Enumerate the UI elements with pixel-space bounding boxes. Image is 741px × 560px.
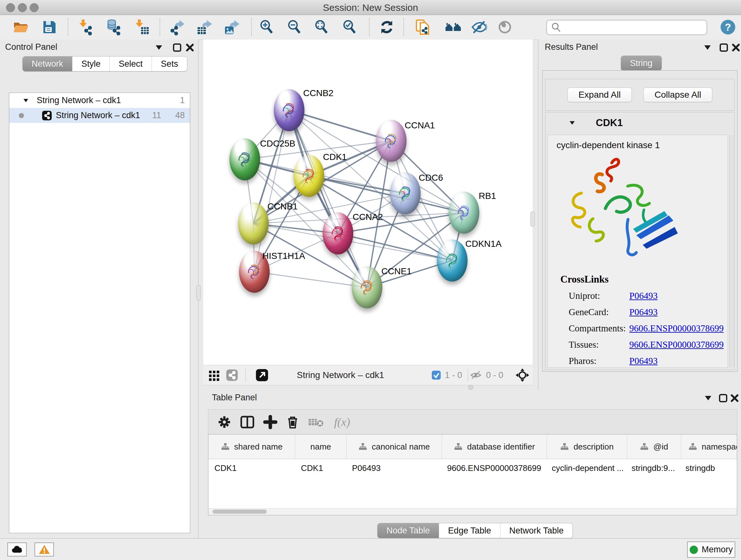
- edge-HIST1H1A-CCNE1[interactable]: [254, 272, 367, 287]
- zoom-fit-icon[interactable]: [313, 19, 330, 36]
- show-all-icon[interactable]: [496, 19, 513, 36]
- collection-expand-icon[interactable]: [23, 99, 28, 102]
- network-canvas[interactable]: CCNB2CCNA1CDC25BCDK1CDC6RB1CCNB1CCNA2CDK…: [203, 40, 533, 365]
- clone-network-icon[interactable]: [414, 19, 431, 36]
- memory-button[interactable]: Memory: [687, 542, 735, 558]
- node-CCNA1[interactable]: [376, 120, 407, 162]
- node-RB1[interactable]: [449, 192, 479, 234]
- node-CDK1[interactable]: [293, 155, 324, 197]
- left-splitter-handle[interactable]: [196, 285, 201, 300]
- detach-view-icon[interactable]: [255, 368, 269, 382]
- table-cell[interactable]: CDK1: [208, 459, 295, 477]
- node-CDC6[interactable]: [390, 172, 421, 214]
- table-panel-float-icon[interactable]: [718, 393, 728, 403]
- crosslink-link[interactable]: P06493: [629, 291, 658, 301]
- control-panel-close-icon[interactable]: [185, 43, 195, 52]
- node-CDC25B[interactable]: [229, 138, 260, 180]
- table-cell[interactable]: CDK1: [295, 459, 346, 477]
- tab-style[interactable]: Style: [72, 57, 110, 71]
- collapse-all-button[interactable]: Collapse All: [643, 87, 712, 102]
- zoom-selected-icon[interactable]: [341, 19, 358, 36]
- table-cell[interactable]: P06493: [346, 459, 441, 477]
- tab-string[interactable]: String: [621, 56, 662, 71]
- tab-edge-table[interactable]: Edge Table: [439, 523, 500, 538]
- show-columns-icon[interactable]: [240, 415, 254, 429]
- refresh-view-icon[interactable]: [379, 19, 395, 36]
- edge-CCNA2-CDKN1A[interactable]: [338, 233, 452, 260]
- crosslink-link[interactable]: P06493: [629, 356, 658, 366]
- node-CCNA2[interactable]: [323, 212, 353, 254]
- results-panel-float-icon[interactable]: [719, 43, 729, 52]
- search-input[interactable]: [564, 22, 706, 33]
- gene-collapse-icon[interactable]: [569, 121, 575, 125]
- cloud-button[interactable]: [7, 543, 27, 557]
- right-splitter-handle[interactable]: [530, 211, 535, 227]
- control-panel-float-icon[interactable]: [172, 43, 182, 52]
- save-session-icon[interactable]: [41, 19, 58, 36]
- scrollbar-thumb[interactable]: [212, 509, 267, 514]
- crosslink-link[interactable]: P06493: [629, 307, 658, 317]
- node-CCNB1[interactable]: [238, 202, 269, 245]
- column-header-namespace[interactable]: namespace: [681, 435, 737, 459]
- table-options-gear-icon[interactable]: [217, 415, 231, 429]
- grid-view-icon[interactable]: [208, 369, 220, 381]
- node-CCNE1[interactable]: [352, 266, 382, 308]
- function-builder-icon[interactable]: f(x): [334, 415, 350, 429]
- search-box[interactable]: [546, 20, 707, 35]
- table-cell[interactable]: cyclin-dependent ...: [546, 459, 625, 477]
- column-header-@id[interactable]: @id: [627, 435, 681, 459]
- column-header-description[interactable]: description: [547, 435, 627, 459]
- results-panel-close-icon[interactable]: [731, 43, 741, 52]
- export-network-icon[interactable]: [169, 19, 185, 36]
- selected-checkbox-icon[interactable]: [431, 370, 441, 380]
- column-header-name[interactable]: name: [295, 435, 347, 459]
- gene-card-header[interactable]: CDK1: [545, 112, 734, 133]
- network-row[interactable]: String Network – cdk1 11 48: [9, 108, 190, 123]
- network-view: CCNB2CCNA1CDC25BCDK1CDC6RB1CCNB1CCNA2CDK…: [203, 40, 533, 390]
- table-row[interactable]: CDK1CDK1P064939606.ENSP00000378699cyclin…: [208, 459, 737, 477]
- warning-button[interactable]: [35, 543, 54, 557]
- tab-sets[interactable]: Sets: [151, 57, 187, 71]
- tab-network-table[interactable]: Network Table: [500, 523, 573, 538]
- tab-node-table[interactable]: Node Table: [378, 523, 439, 538]
- column-header-database-identifier[interactable]: database identifier: [442, 435, 547, 459]
- export-image-icon[interactable]: [223, 19, 240, 36]
- results-panel-menu-icon[interactable]: [704, 45, 711, 50]
- node-CDKN1A[interactable]: [437, 240, 468, 282]
- delete-column-icon[interactable]: [286, 415, 299, 429]
- table-panel-menu-icon[interactable]: [705, 396, 711, 400]
- tab-network[interactable]: Network: [23, 57, 72, 71]
- crosslink-link[interactable]: 9606.ENSP00000378699: [629, 339, 724, 350]
- horizontal-splitter-handle[interactable]: [468, 385, 473, 390]
- table-cell[interactable]: stringdb:9...: [625, 459, 679, 477]
- zoom-out-icon[interactable]: [286, 19, 303, 36]
- import-table-icon[interactable]: [133, 19, 150, 36]
- column-header-shared-name[interactable]: shared name: [208, 435, 295, 459]
- control-panel-menu-icon[interactable]: [156, 45, 162, 50]
- network-collection-row[interactable]: String Network – cdk1 1: [9, 93, 190, 108]
- import-network-icon[interactable]: [77, 19, 94, 36]
- export-table-icon[interactable]: [196, 19, 212, 36]
- zoom-in-icon[interactable]: [259, 19, 275, 36]
- delete-table-icon[interactable]: [308, 416, 325, 428]
- network-view-icon[interactable]: [226, 369, 239, 381]
- table-horizontal-scrollbar[interactable]: [208, 508, 737, 515]
- hide-selected-icon[interactable]: [471, 19, 488, 36]
- table-cell[interactable]: 9606.ENSP00000378699: [441, 459, 546, 477]
- table-panel-close-icon[interactable]: [730, 393, 739, 403]
- node-CCNB2[interactable]: [274, 89, 305, 131]
- hidden-eye-icon[interactable]: [470, 370, 482, 380]
- edge-CCNB2-CCNA1[interactable]: [289, 110, 391, 141]
- create-column-icon[interactable]: [263, 415, 277, 429]
- tab-select[interactable]: Select: [110, 57, 151, 71]
- gene-card-scrollbar[interactable]: [730, 135, 734, 367]
- import-network-from-database-icon[interactable]: [105, 19, 122, 36]
- birds-eye-toggle-icon[interactable]: [515, 368, 529, 382]
- table-cell[interactable]: stringdb: [679, 459, 737, 477]
- expand-all-button[interactable]: Expand All: [567, 87, 632, 102]
- network-overview-icon[interactable]: [445, 19, 461, 36]
- crosslink-link[interactable]: 9606.ENSP00000378699: [629, 323, 724, 334]
- column-header-canonical-name[interactable]: canonical name: [347, 435, 442, 459]
- open-session-icon[interactable]: [12, 19, 29, 36]
- help-button[interactable]: ?: [721, 20, 735, 35]
